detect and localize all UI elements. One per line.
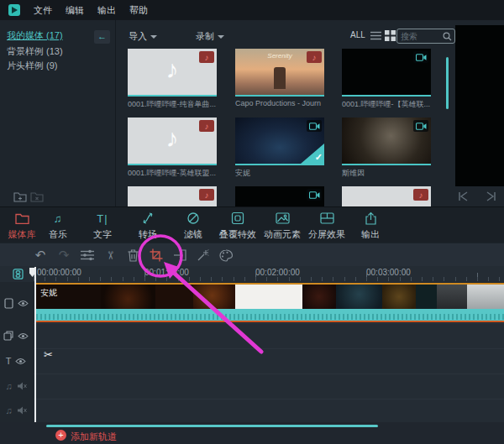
track-lane-audio2[interactable] bbox=[34, 399, 504, 422]
mute-icon[interactable] bbox=[17, 382, 27, 390]
media-item[interactable]: ♪ bbox=[128, 186, 217, 206]
clip-audio-waveform bbox=[36, 309, 504, 321]
text-track-icon: T bbox=[6, 356, 12, 366]
grid-view-icon[interactable] bbox=[385, 30, 396, 41]
menu-help[interactable]: 帮助 bbox=[129, 4, 148, 17]
video-badge-icon bbox=[307, 189, 322, 201]
playhead[interactable] bbox=[34, 267, 36, 422]
delete-button[interactable] bbox=[123, 247, 142, 264]
redo-button[interactable]: ↷ bbox=[55, 247, 73, 264]
timeline-bottom-bar: + 添加新轨道 bbox=[0, 422, 504, 444]
add-folder-icon[interactable] bbox=[13, 191, 27, 202]
crop-button[interactable] bbox=[147, 247, 165, 264]
tab-export[interactable]: 输出 bbox=[344, 211, 397, 241]
razor-cursor-icon: ✂ bbox=[44, 348, 53, 361]
trash-icon bbox=[128, 249, 139, 262]
adjust-button[interactable] bbox=[78, 247, 97, 264]
music-badge-icon: ♪ bbox=[199, 51, 214, 63]
media-item[interactable]: ♪ bbox=[342, 186, 431, 206]
filter-all-button[interactable]: ALL bbox=[350, 30, 365, 39]
chevron-down-icon bbox=[150, 35, 157, 39]
media-item-label: 安妮 bbox=[235, 168, 324, 179]
record-button[interactable]: 录制 bbox=[196, 30, 224, 43]
app-logo-icon bbox=[8, 4, 20, 16]
sidebar-collapse-button[interactable]: ← bbox=[94, 30, 110, 44]
media-item-label: 0001.哔哩哔哩-纯音单曲... bbox=[128, 99, 217, 110]
color-palette-button[interactable] bbox=[217, 247, 235, 264]
timeline-toolbar: ↶ ↷ ✂ bbox=[0, 243, 504, 266]
export-frame-icon bbox=[173, 249, 186, 261]
video-badge-icon bbox=[413, 120, 428, 132]
audio-track-header: ♫ bbox=[0, 399, 32, 422]
preview-panel bbox=[455, 25, 504, 186]
import-button[interactable]: 导入 bbox=[129, 30, 157, 43]
thumbnail-figure bbox=[274, 67, 286, 89]
timeline-horizontal-scrollbar[interactable] bbox=[46, 425, 378, 427]
previous-frame-button[interactable] bbox=[452, 188, 474, 205]
media-item-label: 斯维因 bbox=[342, 168, 431, 179]
audio-track-icon: ♫ bbox=[5, 405, 12, 415]
music-badge-icon: ♪ bbox=[307, 51, 322, 63]
media-item[interactable]: 斯维因 bbox=[342, 118, 431, 165]
search-input[interactable] bbox=[397, 32, 443, 41]
sidebar-divider bbox=[115, 20, 116, 206]
eye-icon[interactable] bbox=[15, 358, 26, 365]
scissors-icon: ✂ bbox=[104, 251, 117, 260]
video-badge-icon bbox=[413, 51, 428, 63]
ruler-minor-ticks bbox=[34, 277, 504, 281]
sidebar-item-my-media[interactable]: 我的媒体 (17) bbox=[7, 29, 63, 42]
pip-track-icon bbox=[3, 331, 13, 341]
track-lane-audio1[interactable] bbox=[34, 373, 504, 399]
media-item[interactable]: 0001.哔哩哔哩-【英雄联... bbox=[342, 49, 431, 97]
menu-edit[interactable]: 编辑 bbox=[66, 4, 84, 17]
undo-button[interactable]: ↶ bbox=[31, 247, 50, 264]
media-item[interactable] bbox=[235, 186, 324, 206]
chevron-down-icon bbox=[218, 35, 224, 39]
search-icon bbox=[443, 32, 452, 41]
media-scrollbar[interactable] bbox=[446, 57, 449, 109]
menu-export[interactable]: 输出 bbox=[97, 4, 116, 17]
color-palette-icon bbox=[219, 249, 233, 262]
crop-icon bbox=[150, 248, 163, 262]
music-badge-icon: ♪ bbox=[199, 189, 214, 201]
cut-button[interactable]: ✂ bbox=[101, 247, 119, 264]
video-track-icon bbox=[4, 298, 13, 309]
media-panel: 我的媒体 (17) ← 背景样例 (13) 片头样例 (9) 导入 录制 ALL bbox=[0, 20, 504, 206]
magic-wand-icon bbox=[197, 249, 209, 262]
delete-folder-icon[interactable] bbox=[30, 191, 44, 202]
media-item[interactable]: ♪ ♪ 0001.哔哩哔哩-纯音单曲... bbox=[128, 49, 217, 97]
export-icon bbox=[344, 211, 397, 226]
track-lane-text[interactable] bbox=[34, 348, 504, 373]
audio-track-icon: ♫ bbox=[5, 381, 12, 391]
media-item-label: 0001.哔哩哔哩-【英雄联... bbox=[342, 99, 431, 110]
add-track-label[interactable]: 添加新轨道 bbox=[71, 431, 117, 443]
clip-filmstrip bbox=[36, 285, 504, 309]
export-frame-button[interactable] bbox=[171, 247, 189, 264]
menu-file[interactable]: 文件 bbox=[34, 4, 52, 17]
sidebar-item-intro-samples[interactable]: 片头样例 (9) bbox=[7, 60, 58, 72]
timeline-ruler[interactable]: 00:00:00:00 00:01:00:00 00:02:00:00 00:0… bbox=[0, 266, 504, 282]
music-badge-icon: ♪ bbox=[413, 189, 428, 201]
pip-track-header bbox=[0, 323, 32, 348]
add-track-plus-icon[interactable]: + bbox=[55, 430, 66, 441]
list-view-icon[interactable] bbox=[370, 31, 381, 40]
track-lane-pip[interactable] bbox=[34, 323, 504, 348]
mute-icon[interactable] bbox=[17, 406, 27, 415]
search-box bbox=[396, 29, 455, 44]
feature-tab-bar: 媒体库 ♫ 音乐 T| 文字 转场 滤镜 bbox=[0, 206, 504, 243]
music-badge-icon: ♪ bbox=[199, 120, 214, 132]
media-item-selected[interactable]: ✓ 安妮 bbox=[235, 118, 324, 165]
timeline-clip[interactable]: 安妮 bbox=[36, 283, 504, 322]
menu-bar: 文件 编辑 输出 帮助 bbox=[0, 0, 504, 20]
sidebar-item-background-samples[interactable]: 背景样例 (13) bbox=[7, 45, 63, 58]
media-item-label: 0001.哔哩哔哩-英雄联盟... bbox=[128, 168, 217, 179]
media-item[interactable]: ♪ ♪ 0001.哔哩哔哩-英雄联盟... bbox=[128, 118, 217, 165]
magic-wand-button[interactable] bbox=[193, 247, 212, 264]
next-frame-button[interactable] bbox=[480, 188, 502, 205]
timecode-icon[interactable] bbox=[13, 269, 24, 279]
undo-icon: ↶ bbox=[35, 248, 46, 263]
eye-icon[interactable] bbox=[18, 300, 29, 307]
eye-icon[interactable] bbox=[18, 332, 29, 340]
media-item[interactable]: Serenity ♪ Capo Productions - Journ bbox=[235, 49, 324, 97]
adjust-icon bbox=[81, 249, 94, 261]
